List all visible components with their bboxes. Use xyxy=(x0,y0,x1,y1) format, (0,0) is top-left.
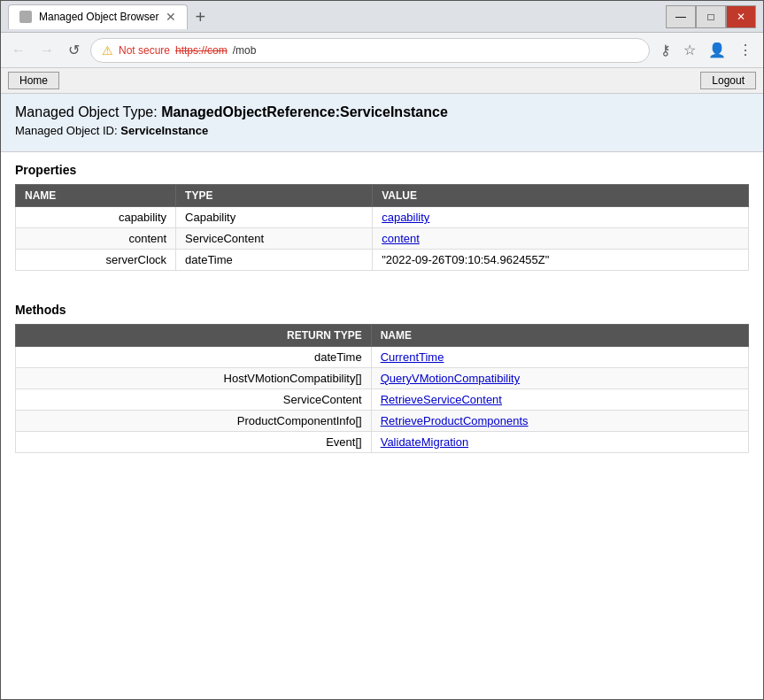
method-name-link[interactable]: RetrieveProductComponents xyxy=(381,414,529,427)
url-strikethrough: https://com xyxy=(175,44,228,57)
method-return-type: ProductComponentInfo[] xyxy=(16,411,372,432)
method-name[interactable]: RetrieveServiceContent xyxy=(371,389,748,411)
method-name-link[interactable]: RetrieveServiceContent xyxy=(381,393,502,406)
minimize-button[interactable]: — xyxy=(666,5,696,28)
bookmark-icon-button[interactable]: ☆ xyxy=(680,40,699,60)
properties-header-row: NAME TYPE VALUE xyxy=(16,185,749,207)
address-bar-icons: ⚷ ☆ 👤 ⋮ xyxy=(657,40,756,60)
property-value-link[interactable]: capability xyxy=(382,211,429,224)
method-name[interactable]: ValidateMigration xyxy=(371,432,748,453)
tab-favicon xyxy=(19,11,32,23)
url-path: /mob xyxy=(233,44,257,57)
methods-col-return: RETURN TYPE xyxy=(16,325,372,347)
method-name[interactable]: CurrentTime xyxy=(371,347,748,368)
properties-section: Properties NAME TYPE VALUE capabilityCap… xyxy=(1,152,763,281)
warning-icon: ⚠ xyxy=(102,43,113,58)
methods-table: RETURN TYPE NAME dateTimeCurrentTimeHost… xyxy=(15,324,749,453)
page-content: Home Logout Managed Object Type: Managed… xyxy=(1,68,763,699)
method-name[interactable]: RetrieveProductComponents xyxy=(371,411,748,432)
address-bar: ← → ↺ ⚠ Not secure https://com /mob ⚷ ☆ … xyxy=(1,33,763,68)
properties-col-value: VALUE xyxy=(373,185,749,207)
new-tab-button[interactable]: + xyxy=(195,8,205,26)
property-value: "2022-09-26T09:10:54.962455Z" xyxy=(373,250,749,271)
methods-col-name: NAME xyxy=(371,325,748,347)
object-type-label: Managed Object Type: xyxy=(15,104,161,119)
table-row: contentServiceContentcontent xyxy=(16,228,749,250)
object-id-label: Managed Object ID: xyxy=(15,124,120,137)
object-type-value: ManagedObjectReference:ServiceInstance xyxy=(161,104,448,119)
property-value[interactable]: content xyxy=(373,228,749,250)
key-icon-button[interactable]: ⚷ xyxy=(657,40,675,60)
property-name: serverClock xyxy=(16,250,176,271)
method-name-link[interactable]: CurrentTime xyxy=(381,350,444,364)
property-type: Capability xyxy=(176,207,373,228)
table-row: ServiceContentRetrieveServiceContent xyxy=(16,389,749,411)
method-return-type: dateTime xyxy=(16,347,372,368)
browser-tab[interactable]: Managed Object Browser ✕ xyxy=(8,4,188,29)
method-return-type: ServiceContent xyxy=(16,389,372,411)
tab-close-button[interactable]: ✕ xyxy=(166,11,176,23)
table-row: Event[]ValidateMigration xyxy=(16,432,749,453)
property-name: content xyxy=(16,228,176,250)
property-value[interactable]: capability xyxy=(373,207,749,228)
properties-col-name: NAME xyxy=(16,185,176,207)
maximize-button[interactable]: □ xyxy=(696,5,726,28)
logout-button[interactable]: Logout xyxy=(700,72,756,89)
methods-section: Methods RETURN TYPE NAME dateTimeCurrent… xyxy=(1,292,763,464)
method-return-type: HostVMotionCompatibility[] xyxy=(16,368,372,389)
table-row: HostVMotionCompatibility[]QueryVMotionCo… xyxy=(16,368,749,389)
refresh-button[interactable]: ↺ xyxy=(65,38,83,62)
table-row: ProductComponentInfo[]RetrieveProductCom… xyxy=(16,411,749,432)
security-badge: Not secure xyxy=(119,44,170,57)
url-bar[interactable]: ⚠ Not secure https://com /mob xyxy=(90,38,650,63)
method-name-link[interactable]: QueryVMotionCompatibility xyxy=(381,372,521,385)
menu-icon-button[interactable]: ⋮ xyxy=(735,40,756,60)
back-button[interactable]: ← xyxy=(8,39,29,62)
home-button[interactable]: Home xyxy=(8,72,59,89)
object-id-value: ServiceInstance xyxy=(120,124,208,137)
table-row: serverClockdateTime"2022-09-26T09:10:54.… xyxy=(16,250,749,271)
method-name[interactable]: QueryVMotionCompatibility xyxy=(371,368,748,389)
property-type: ServiceContent xyxy=(176,228,373,250)
object-type-line: Managed Object Type: ManagedObjectRefere… xyxy=(15,104,749,120)
methods-header-row: RETURN TYPE NAME xyxy=(16,325,749,347)
method-name-link[interactable]: ValidateMigration xyxy=(381,435,468,449)
property-type: dateTime xyxy=(176,250,373,271)
page-nav-bar: Home Logout xyxy=(1,68,763,94)
object-info: Managed Object Type: ManagedObjectRefere… xyxy=(1,94,763,152)
forward-button[interactable]: → xyxy=(36,39,58,62)
tab-title: Managed Object Browser xyxy=(39,11,158,23)
property-value-link[interactable]: content xyxy=(382,232,420,245)
property-name: capability xyxy=(16,207,176,228)
method-return-type: Event[] xyxy=(16,432,372,453)
browser-window: Managed Object Browser ✕ + — □ ✕ ← → ↺ ⚠… xyxy=(0,0,764,700)
properties-col-type: TYPE xyxy=(176,185,373,207)
table-row: capabilityCapabilitycapability xyxy=(16,207,749,228)
profile-icon-button[interactable]: 👤 xyxy=(705,40,729,60)
properties-table: NAME TYPE VALUE capabilityCapabilitycapa… xyxy=(15,184,749,271)
window-controls: — □ ✕ xyxy=(666,5,756,28)
title-bar: Managed Object Browser ✕ + — □ ✕ xyxy=(1,1,763,33)
properties-title: Properties xyxy=(15,163,749,177)
table-row: dateTimeCurrentTime xyxy=(16,347,749,368)
methods-title: Methods xyxy=(15,303,749,317)
object-id-line: Managed Object ID: ServiceInstance xyxy=(15,124,749,137)
close-button[interactable]: ✕ xyxy=(726,5,756,28)
